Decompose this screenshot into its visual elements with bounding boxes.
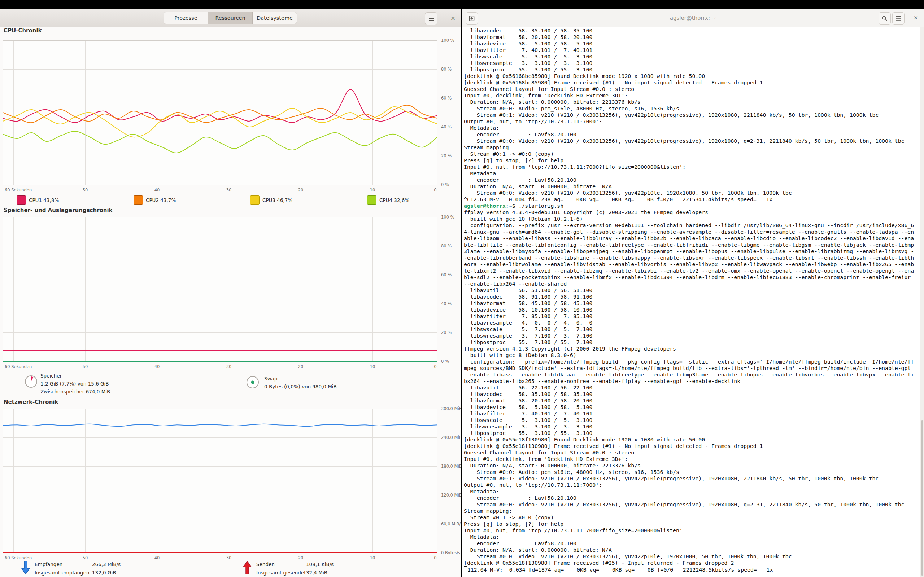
gauge-label: Speicher	[40, 373, 62, 379]
y-axis-label: 60,0 MiB/s	[441, 521, 461, 527]
terminal-line: Stream mapping:	[464, 508, 924, 514]
tab-ressourcen[interactable]: Ressourcen	[208, 12, 253, 24]
terminal-titlebar: agsler@thorrx: ~ ✕	[462, 10, 924, 27]
terminal-scrollbar-thumb[interactable]	[921, 421, 923, 575]
gauge-label: 1,2 GiB (7,7%) von 15,6 GiB	[40, 381, 109, 387]
terminal-line: Stream #0:0: Video: v210 (V210 / 0x30313…	[464, 501, 924, 508]
terminal-line: libswscale 5. 7.100 / 5. 7.100	[464, 326, 924, 332]
terminal-line: Stream #0:1 -> #0:0 (copy)	[464, 514, 924, 521]
network-history-chart	[3, 409, 438, 553]
network-legend-value: 108,1 KiB/s	[306, 561, 333, 567]
system-monitor-window: ProzesseRessourcenDateisysteme ✕ CPU-Chr…	[0, 10, 461, 577]
network-legend-label: Insgesamt empfangen	[35, 570, 89, 575]
terminal-line: Input #0, decklink, from 'DeckLink HD Ex…	[464, 92, 924, 99]
terminal-line: Input #0, nut, from 'tcp://10.73.1.11:70…	[464, 527, 924, 534]
x-axis-label: 30	[226, 555, 232, 561]
tab-prozesse[interactable]: Prozesse	[164, 12, 208, 24]
x-axis-label: 40	[155, 187, 160, 193]
y-axis-label: 240,0 MiB/s	[441, 435, 461, 440]
terminal-line: eora --enable-libtwolame --enable-libvid…	[464, 261, 924, 268]
legend-text: CPU3 46,7%	[262, 197, 292, 203]
terminal-line: libavformat 58. 20.100 / 58. 20.100	[464, 34, 924, 40]
search-button[interactable]	[879, 12, 891, 24]
y-axis-label: 180,0 MiB/s	[441, 464, 461, 469]
terminal-line: Input #0, decklink, from 'DeckLink HD Ex…	[464, 456, 924, 462]
x-axis-label: 0	[434, 555, 436, 561]
gauge-label: Swap	[264, 376, 277, 382]
primary-menu-button[interactable]	[425, 12, 438, 25]
network-legend-label: Insgesamt gesendet	[256, 570, 306, 575]
terminal-line: libavdevice 58. 10.100 / 58. 10.100	[464, 306, 924, 313]
terminal-line: ffplay version 4.3.4-0+deb11u1 Copyright…	[464, 209, 924, 216]
cpu-legend-item: CPU3 46,7%	[250, 195, 292, 205]
terminal-line: libpostproc 55. 3.100 / 55. 3.100	[464, 430, 924, 436]
terminal-line: Duration: N/A, start: 0.000000, bitrate:…	[464, 183, 924, 190]
y-axis-label: 0 %	[441, 359, 449, 364]
terminal-window: agsler@thorrx: ~ ✕ libavcodec 58. 35.100	[462, 10, 924, 577]
terminal-line: Stream #0:0: Video: v210 (V210 / 0x30313…	[464, 190, 924, 196]
terminal-screen[interactable]: libavcodec 58. 35.100 / 58. 35.100 libav…	[462, 27, 924, 577]
terminal-line: [decklink @ 0x55e18f130980] Frame receiv…	[464, 560, 924, 566]
terminal-line: libavfilter 7. 40.101 / 7. 40.101	[464, 47, 924, 53]
x-axis-label: 20	[298, 364, 304, 369]
close-terminal-button[interactable]: ✕	[911, 13, 921, 23]
memory-section-title: Speicher- und Auslagerungschronik	[3, 207, 113, 213]
terminal-line: built with gcc 10 (Debian 10.2.1-6)	[464, 216, 924, 222]
terminal-line: [decklink @ 0x55e18f130980] Frame receiv…	[464, 443, 924, 449]
legend-color-swatch	[367, 195, 376, 205]
y-axis-label: 0 Bytes/s	[441, 550, 460, 555]
terminal-line: Duration: N/A, start: 0.000000, bitrate:…	[464, 462, 924, 469]
y-axis-label: 60 %	[441, 95, 452, 101]
terminal-scrollbar[interactable]	[921, 27, 924, 577]
terminal-line: mpeg_sources/BMD_SDK/include' --extra-ld…	[464, 365, 924, 371]
network-legend-label: Empfangen	[35, 561, 63, 567]
terminal-line: encoder : Lavf58.20.100	[464, 540, 924, 547]
terminal-line: able-libaom --enable-libass --enable-lib…	[464, 235, 924, 242]
x-axis-label: 60 Sekunden	[5, 555, 32, 561]
y-axis-label: 80 %	[441, 67, 452, 72]
x-axis-label: 40	[155, 364, 160, 369]
new-tab-button[interactable]	[465, 12, 478, 24]
terminal-line: Output #0, nut, to 'tcp://10.73.1.11:700…	[464, 482, 924, 488]
legend-text: CPU1 43,8%	[29, 197, 59, 203]
terminal-line: ble-libflite --enable-libfontconfig --en…	[464, 242, 924, 248]
terminal-line: encoder : Lavf58.20.100	[464, 495, 924, 501]
terminal-line: libavfilter 7. 40.101 / 7. 40.101	[464, 410, 924, 417]
x-axis-label: 50	[82, 187, 88, 193]
terminal-line: libavformat 58. 45.100 / 58. 45.100	[464, 300, 924, 306]
terminal-line: libavutil 56. 22.100 / 56. 22.100	[464, 384, 924, 391]
memory-history-chart	[3, 217, 438, 362]
view-switcher: ProzesseRessourcenDateisysteme	[163, 12, 297, 24]
terminal-line: --enable-libx264 --enable-shared	[464, 280, 924, 287]
desktop: { "system_monitor": { "header": { "tabs"…	[0, 0, 924, 577]
terminal-line: Stream #0:0: Video: v210 (V210 / 0x30313…	[464, 553, 924, 560]
x-axis-label: 60 Sekunden	[5, 364, 32, 369]
legend-color-swatch	[250, 195, 260, 205]
terminal-line: libavutil 56. 51.100 / 56. 51.100	[464, 287, 924, 293]
terminal-line: [decklink @ 0x56168bc85980] Found Deckli…	[464, 73, 924, 79]
terminal-line: bx264 --enable-libx265 --enable-nonfree …	[464, 378, 924, 384]
terminal-line: Duration: N/A, start: 0.000000, bitrate:…	[464, 547, 924, 553]
search-icon	[882, 16, 888, 21]
terminal-line: libswresample 3. 7.100 / 3. 7.100	[464, 332, 924, 339]
x-axis-label: 0	[434, 364, 436, 369]
download-arrow-icon	[21, 561, 30, 575]
x-axis-label: 30	[226, 187, 232, 193]
new-tab-icon	[469, 16, 475, 21]
upload-arrow-icon	[242, 561, 252, 575]
x-axis-label: 10	[370, 187, 375, 193]
terminal-line: libswscale 5. 3.100 / 5. 3.100	[464, 53, 924, 60]
x-axis-label: 10	[370, 555, 375, 561]
network-section-title: Netzwerk-Chronik	[3, 399, 58, 405]
gauge-label: 0 Bytes (0,0%) von 980,0 MiB	[264, 384, 337, 390]
terminal-line: Stream #0:1: Video: v210 (V210 / 0x30313…	[464, 475, 924, 482]
x-axis-label: 30	[226, 364, 232, 369]
cpu-legend-item: CPU1 43,8%	[16, 195, 59, 205]
y-axis-label: 100 %	[441, 214, 454, 220]
terminal-menu-button[interactable]	[892, 12, 905, 24]
tab-dateisysteme[interactable]: Dateisysteme	[253, 12, 297, 24]
terminal-line: 4-linux-gnu --arch=amd64 --enable-gpl --…	[464, 229, 924, 235]
x-axis-label: 40	[155, 555, 160, 561]
x-axis-label: 10	[370, 364, 375, 369]
close-window-button[interactable]: ✕	[448, 14, 458, 23]
